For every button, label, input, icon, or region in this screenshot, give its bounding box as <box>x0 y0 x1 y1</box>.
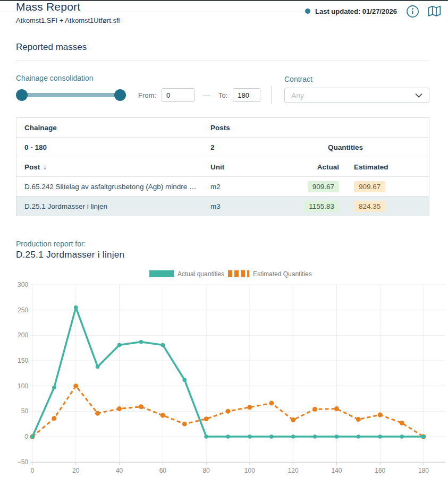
section-title: Reported masses <box>16 42 87 53</box>
slider-handle-from[interactable] <box>16 89 28 101</box>
chainage-consolidation-label: Chainage consolidation <box>16 74 94 82</box>
last-updated-text: Last updated: 01/27/2026 <box>315 7 397 15</box>
status-dot-icon <box>305 8 310 14</box>
unit-column-header: Unit <box>210 163 301 171</box>
posts-column-header: Posts <box>210 124 301 132</box>
reported-masses-table: Chainage Posts 0 - 180 2 Quantities Post… <box>16 117 429 216</box>
from-label: From: <box>138 91 156 99</box>
svg-text:60: 60 <box>159 467 167 474</box>
actual-column-header: Actual <box>317 163 339 171</box>
contract-select[interactable]: Any <box>284 88 429 103</box>
legend-estimated-label: Estimated Quantities <box>253 270 312 278</box>
range-dash: — <box>200 91 213 99</box>
svg-text:160: 160 <box>375 467 385 474</box>
production-report-label: Production report for: <box>16 240 86 248</box>
svg-text:−50: −50 <box>18 458 29 466</box>
table-header-row: Chainage Posts <box>16 118 429 138</box>
svg-text:40: 40 <box>116 467 123 474</box>
post-column-header[interactable]: Post↓ <box>24 163 210 171</box>
range-inputs: From: — To: <box>138 88 260 103</box>
post-name: D.25.1 Jordmasser i linjen <box>24 202 210 210</box>
svg-text:250: 250 <box>18 306 28 314</box>
svg-text:50: 50 <box>21 407 29 415</box>
legend-actual-swatch <box>149 270 174 277</box>
post-unit: m2 <box>210 183 301 191</box>
svg-text:120: 120 <box>288 467 299 474</box>
chainage-range-slider[interactable] <box>16 89 126 101</box>
legend-estimated-swatch <box>228 270 249 278</box>
svg-text:140: 140 <box>331 467 342 474</box>
posts-header-row: Post↓ Unit Actual Estimated <box>16 157 429 177</box>
last-updated-cluster: Last updated: 01/27/2026 <box>305 4 442 19</box>
svg-text:20: 20 <box>72 467 80 474</box>
chainage-group-row[interactable]: 0 - 180 2 Quantities <box>16 138 429 157</box>
quantities-header: Quantities <box>285 143 406 151</box>
svg-text:0: 0 <box>31 467 35 474</box>
svg-text:0: 0 <box>24 433 28 440</box>
actual-quantity-badge: 909.67 <box>308 181 339 192</box>
to-input[interactable] <box>233 88 260 102</box>
post-name: D.65.242 Slitelag av asfaltgrusbetong (A… <box>24 183 210 191</box>
chart-legend: Actual quantities Estimated Quantities <box>149 270 312 278</box>
header-divider <box>0 12 307 12</box>
info-icon[interactable] <box>406 5 419 18</box>
contract-label: Contract <box>284 75 312 83</box>
estimated-column-header: Estimated <box>339 163 388 171</box>
production-report-post-title: D.25.1 Jordmasser i linjen <box>16 250 124 260</box>
filters-divider <box>271 86 272 104</box>
to-label: To: <box>218 91 227 99</box>
sort-descending-icon: ↓ <box>43 163 47 171</box>
svg-text:300: 300 <box>18 281 28 288</box>
svg-text:180: 180 <box>418 467 429 474</box>
slider-handle-to[interactable] <box>114 89 126 101</box>
estimated-quantity-badge: 909.67 <box>354 181 385 192</box>
actual-quantity-badge: 1155.83 <box>304 201 339 212</box>
svg-text:200: 200 <box>18 331 28 339</box>
contract-selected-value: Any <box>285 91 415 100</box>
estimated-quantity-badge: 824.35 <box>354 201 385 212</box>
chainage-column-header: Chainage <box>24 124 210 132</box>
map-icon[interactable] <box>427 5 442 18</box>
page-subtitle: Atkomst1.SFI + Atkomst1Utført.sfi <box>16 16 120 24</box>
production-chart: −500501001502002503000204060801001201401… <box>0 268 448 481</box>
post-row-d65242[interactable]: D.65.242 Slitelag av asfaltgrusbetong (A… <box>16 177 429 197</box>
svg-text:100: 100 <box>18 382 28 390</box>
section-divider <box>16 61 429 61</box>
chevron-down-icon <box>415 93 422 98</box>
svg-text:150: 150 <box>18 357 28 364</box>
slider-track[interactable] <box>21 93 121 97</box>
from-input[interactable] <box>162 88 195 102</box>
post-row-d251[interactable]: D.25.1 Jordmasser i linjen m3 1155.83 82… <box>16 197 429 216</box>
line-chart-canvas: −500501001502002503000204060801001201401… <box>0 268 448 481</box>
post-unit: m3 <box>210 202 301 210</box>
svg-text:80: 80 <box>202 467 210 474</box>
svg-text:100: 100 <box>244 467 255 474</box>
legend-actual-label: Actual quantities <box>177 270 224 278</box>
chainage-value: 0 - 180 <box>24 143 210 151</box>
mass-report-page: Mass Report Atkomst1.SFI + Atkomst1Utfør… <box>0 0 448 486</box>
